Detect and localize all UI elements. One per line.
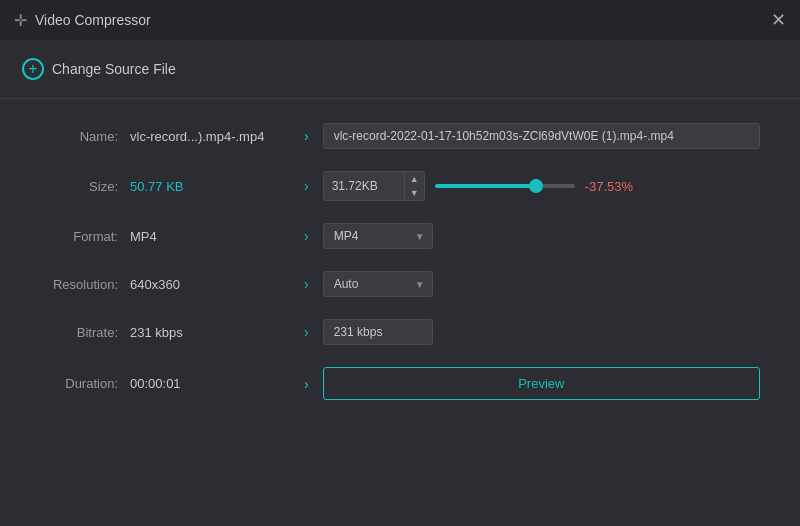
resolution-select[interactable]: Auto 1920x1080 1280x720 854x480 640x360 … [323, 271, 433, 297]
size-input[interactable] [324, 174, 404, 198]
name-arrow: › [304, 128, 309, 144]
duration-row: Duration: 00:00:01 › Preview [40, 367, 760, 400]
duration-target-box: Preview [323, 367, 760, 400]
size-increment-button[interactable]: ▲ [405, 172, 424, 186]
app-title: Video Compressor [35, 12, 151, 28]
format-label: Format: [40, 229, 130, 244]
close-button[interactable]: ✕ [771, 11, 786, 29]
toolbar: + Change Source File [0, 40, 800, 99]
size-arrow: › [304, 178, 309, 194]
size-controls: ▲ ▼ -37.53% [323, 171, 760, 201]
bitrate-input[interactable] [323, 319, 433, 345]
size-decrement-button[interactable]: ▼ [405, 186, 424, 200]
bitrate-row: Bitrate: 231 kbps › [40, 319, 760, 345]
format-arrow: › [304, 228, 309, 244]
size-percent: -37.53% [585, 179, 645, 194]
size-spinner: ▲ ▼ [323, 171, 425, 201]
duration-arrow: › [304, 376, 309, 392]
bitrate-arrow: › [304, 324, 309, 340]
move-icon: ✛ [14, 11, 27, 30]
change-source-label: Change Source File [52, 61, 176, 77]
size-slider[interactable] [435, 184, 575, 188]
content-area: Name: vlc-record...).mp4-.mp4 › Size: 50… [0, 99, 800, 446]
format-row: Format: MP4 › MP4 MKV AVI MOV WMV ▼ [40, 223, 760, 249]
bitrate-label: Bitrate: [40, 325, 130, 340]
format-select-wrap: MP4 MKV AVI MOV WMV ▼ [323, 223, 433, 249]
plus-circle-icon: + [22, 58, 44, 80]
resolution-select-wrap: Auto 1920x1080 1280x720 854x480 640x360 … [323, 271, 433, 297]
name-input[interactable] [323, 123, 760, 149]
duration-source-value: 00:00:01 [130, 376, 290, 391]
resolution-arrow: › [304, 276, 309, 292]
format-select[interactable]: MP4 MKV AVI MOV WMV [323, 223, 433, 249]
size-source-value: 50.77 KB [130, 179, 290, 194]
size-spinner-buttons: ▲ ▼ [404, 172, 424, 200]
size-label: Size: [40, 179, 130, 194]
duration-label: Duration: [40, 376, 130, 391]
title-bar: ✛ Video Compressor ✕ [0, 0, 800, 40]
resolution-label: Resolution: [40, 277, 130, 292]
name-target-box [323, 123, 760, 149]
change-source-button[interactable]: + Change Source File [16, 54, 182, 84]
name-source-value: vlc-record...).mp4-.mp4 [130, 129, 290, 144]
format-source-value: MP4 [130, 229, 290, 244]
preview-button[interactable]: Preview [323, 367, 760, 400]
resolution-source-value: 640x360 [130, 277, 290, 292]
size-slider-wrap: -37.53% [435, 179, 760, 194]
size-row: Size: 50.77 KB › ▲ ▼ -37.53% [40, 171, 760, 201]
resolution-row: Resolution: 640x360 › Auto 1920x1080 128… [40, 271, 760, 297]
title-left: ✛ Video Compressor [14, 11, 151, 30]
bitrate-source-value: 231 kbps [130, 325, 290, 340]
name-label: Name: [40, 129, 130, 144]
name-row: Name: vlc-record...).mp4-.mp4 › [40, 123, 760, 149]
